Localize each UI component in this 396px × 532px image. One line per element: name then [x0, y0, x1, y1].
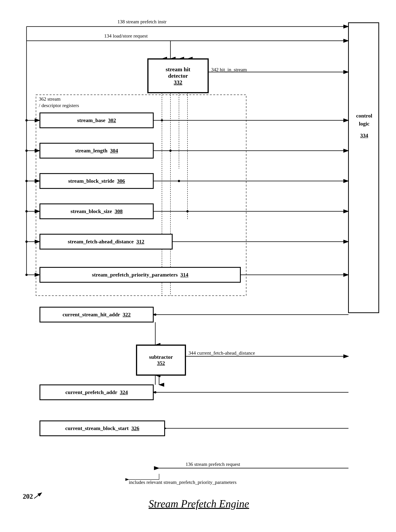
- signal-136-label: 136 stream prefetch request: [186, 461, 240, 467]
- stream-length-box: stream_length 304: [40, 143, 153, 158]
- stream-prefetch-priority-box: stream_prefetch_priority_parameters 314: [40, 267, 240, 282]
- figure-title: Stream Prefetch Engine: [149, 498, 249, 510]
- signal-344-label: 344 current_fetch-ahead_distance: [188, 350, 255, 356]
- svg-point-61: [154, 391, 157, 393]
- stream-hit-detector-label: stream hit: [166, 66, 190, 73]
- signal-138-label: 138 stream prefetch instr: [117, 19, 166, 25]
- current-stream-block-start-box: current_stream_block_start 326: [40, 421, 165, 436]
- includes-relevant-label: includes relevant stream_prefetch_priori…: [129, 479, 237, 485]
- stream-fetch-ahead-box: stream_fetch-ahead_distance 312: [40, 234, 172, 249]
- current-prefetch-addr-box: current_prefetch_addr 324: [40, 385, 153, 400]
- stream-descriptor-label: 362 stream / descriptor registers: [39, 96, 79, 109]
- stream-hit-detector-label2: detector: [168, 73, 188, 79]
- svg-rect-4: [349, 23, 379, 313]
- current-stream-hit-addr-box: current_stream_hit_addr 322: [40, 307, 153, 322]
- stream-block-stride-box: stream_block_stride 306: [40, 173, 153, 189]
- stream-block-size-box: stream_block_size 308: [40, 204, 153, 219]
- svg-line-69: [34, 493, 42, 498]
- signal-134-label: 134 load/store request: [104, 33, 148, 39]
- signal-342-label: 342 hit_in_stream: [211, 67, 247, 73]
- subtractor-box: subtractor 352: [136, 345, 186, 375]
- stream-hit-detector-ref: 332: [174, 79, 182, 85]
- svg-point-55: [154, 313, 157, 316]
- figure-number: 202: [23, 492, 33, 500]
- control-logic-label: control logic 334: [351, 112, 378, 140]
- stream-base-box: stream_base 302: [40, 113, 153, 128]
